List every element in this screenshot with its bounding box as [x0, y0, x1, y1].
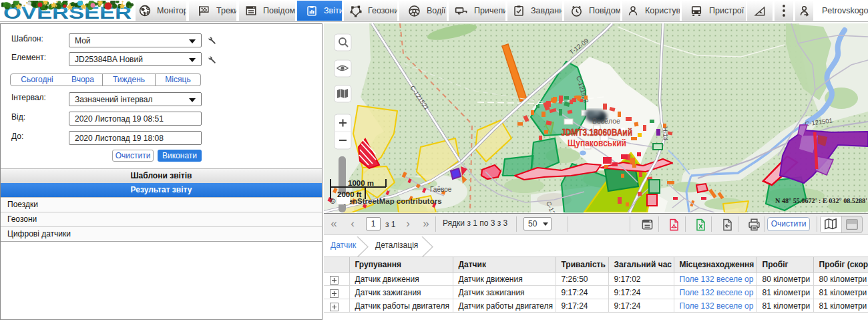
svg-text:Весёлое: Весёлое: [592, 117, 620, 125]
svg-text:JDMT3.18060ВАий: JDMT3.18060ВАий: [561, 126, 632, 138]
svg-text:Гаёвое: Гаёвое: [430, 186, 452, 193]
svg-text:1000 m: 1000 m: [348, 179, 374, 187]
svg-text:2000 ft: 2000 ft: [337, 190, 362, 198]
svg-text:N 48° 55.0672' : E 032° 08.528: N 48° 55.0672' : E 032° 08.5288': [775, 197, 867, 204]
svg-text:Щупаковський: Щупаковський: [568, 137, 626, 148]
